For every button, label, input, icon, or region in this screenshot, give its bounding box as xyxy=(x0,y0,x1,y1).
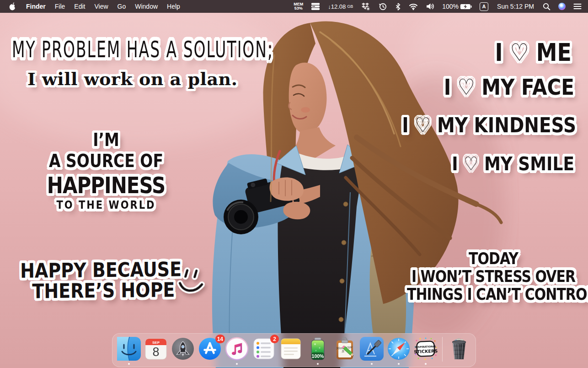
dock-battery-app[interactable]: 100% xyxy=(306,337,330,361)
calendar-month: SEP xyxy=(152,341,160,345)
spotlight-search[interactable] xyxy=(543,3,551,11)
menu-go[interactable]: Go xyxy=(113,0,131,13)
download-unit: GB xyxy=(347,4,353,9)
sticker-today-wont-stress: TODAY I WON’T STRESS OVER THINGS I CAN’T… xyxy=(407,250,580,303)
bluetooth-status[interactable] xyxy=(395,3,401,11)
running-indicator xyxy=(236,363,238,365)
inspirational-stickers-icon: INSPIRATIONAL STICKERS xyxy=(414,337,438,361)
sticker-line: TO THE WORLD xyxy=(36,199,176,212)
dock-inspirational-stickers[interactable]: INSPIRATIONAL STICKERS xyxy=(414,337,438,361)
sticker-i-love-my-smile: I ♡ MY SMILE xyxy=(452,153,574,174)
safari-icon xyxy=(387,337,411,361)
sticker-i-love-my-face: I ♡ MY FACE xyxy=(444,74,574,100)
calendar-day: 8 xyxy=(152,345,159,359)
dock-app-store[interactable]: 14 xyxy=(198,337,222,361)
dock-trash[interactable] xyxy=(447,337,471,361)
sticker-line: THERE’S HOPE xyxy=(20,280,182,302)
memory-status[interactable]: MEM 53% xyxy=(294,2,303,11)
launchpad-rocket-icon xyxy=(171,337,195,361)
sticker-line: HAPPINESS xyxy=(36,172,176,199)
running-indicator xyxy=(371,363,373,365)
memorize-it-clipboard-icon: Memorize It xyxy=(333,337,357,361)
finder-icon xyxy=(117,337,141,361)
menu-bar-status-area: MEM 53% ↓12.08GB xyxy=(294,2,585,11)
sticker-problem-solution: MY PROBLEM HAS A SOLUTION; xyxy=(12,36,273,63)
dock-launchpad[interactable] xyxy=(171,337,195,361)
dock-memorize-it[interactable]: Memorize It xyxy=(333,337,357,361)
apple-logo-icon xyxy=(9,2,16,11)
sticker-line: I’M xyxy=(36,130,176,151)
time-machine-icon xyxy=(379,2,387,11)
dock-finder[interactable] xyxy=(117,337,141,361)
dock-safari[interactable] xyxy=(387,337,411,361)
siri-icon[interactable] xyxy=(558,3,566,10)
dock-separator xyxy=(442,337,443,362)
menu-window[interactable]: Window xyxy=(130,0,162,13)
volume-status[interactable] xyxy=(426,3,434,10)
sticker-line: HAPPY BECAUSE xyxy=(20,259,182,281)
list-icon xyxy=(573,3,582,10)
dock: SEP 8 14 xyxy=(112,333,476,367)
dock-itunes[interactable] xyxy=(225,337,249,361)
time-machine-status[interactable] xyxy=(379,2,387,11)
notification-badge: 2 xyxy=(270,335,279,343)
battery-status[interactable]: 100% xyxy=(442,3,472,10)
dropbox-status[interactable] xyxy=(361,2,371,11)
wifi-icon xyxy=(409,3,418,10)
battery-app-icon: 100% xyxy=(306,337,330,361)
running-indicator xyxy=(398,363,400,365)
speaker-icon xyxy=(426,3,434,10)
running-indicator xyxy=(425,363,427,365)
sticker-happy-because-hope: HAPPY BECAUSE THERE’S HOPE xyxy=(20,259,182,302)
dock-reminders[interactable]: 2 xyxy=(252,337,276,361)
menu-file[interactable]: File xyxy=(50,0,70,13)
trash-full-icon xyxy=(447,337,471,361)
notification-badge: 14 xyxy=(215,335,225,343)
calendar-icon: SEP 8 xyxy=(144,337,168,361)
sticker-work-on-plan: I will work on a plan. xyxy=(27,69,237,89)
battery-percent: 100% xyxy=(442,3,459,10)
menu-help[interactable]: Help xyxy=(162,0,185,13)
notification-center[interactable] xyxy=(573,3,582,10)
sticker-line: TODAY xyxy=(407,250,580,268)
network-download-status[interactable]: ↓12.08GB xyxy=(328,3,353,10)
menu-bar-left: Finder File Edit View Go Window Help xyxy=(3,0,185,13)
drive-stack-icon xyxy=(311,2,320,11)
menu-view[interactable]: View xyxy=(90,0,112,13)
sticker-source-of-happiness: I’M A SOURCE OF HAPPINESS TO THE WORLD xyxy=(36,130,176,212)
input-source-label: A xyxy=(482,4,486,9)
menu-bar: Finder File Edit View Go Window Help MEM… xyxy=(0,0,588,13)
sticker-i-love-my-kindness: I ♡ MY KINDNESS xyxy=(402,114,576,137)
sticker-line: THINGS I CAN’T CONTROL xyxy=(407,286,580,303)
bluetooth-icon xyxy=(395,3,401,11)
sticker-line: A SOURCE OF xyxy=(36,151,176,172)
dock-notes[interactable] xyxy=(279,337,303,361)
battery-charging-icon xyxy=(460,4,472,10)
download-value: ↓12.08 xyxy=(328,3,346,10)
sticker-line: I WON’T STRESS OVER xyxy=(407,268,580,286)
memory-value: 53% xyxy=(294,6,303,11)
input-source-menu[interactable]: A xyxy=(480,2,488,11)
menu-edit[interactable]: Edit xyxy=(69,0,90,13)
battery-app-label: 100% xyxy=(312,353,325,359)
xcode-icon xyxy=(360,337,384,361)
disk-stack-status[interactable] xyxy=(311,2,320,11)
running-indicator xyxy=(128,363,130,365)
menu-finder[interactable]: Finder xyxy=(21,0,50,13)
sticker-i-love-me: I ♡ ME xyxy=(495,38,572,67)
notes-icon xyxy=(279,337,303,361)
running-indicator xyxy=(317,363,319,365)
stickers-icon-text-2: STICKERS xyxy=(414,348,438,354)
apple-menu[interactable] xyxy=(3,2,21,11)
dock-calendar[interactable]: SEP 8 xyxy=(144,337,168,361)
dropbox-paused-icon xyxy=(361,2,371,11)
itunes-icon xyxy=(225,337,249,361)
smiley-face-doodle xyxy=(175,265,207,299)
menu-bar-clock[interactable]: Sun 5:12 PM xyxy=(496,3,535,10)
wifi-status[interactable] xyxy=(409,3,418,10)
search-icon xyxy=(543,3,551,11)
dock-xcode[interactable] xyxy=(360,337,384,361)
desktop: MY PROBLEM HAS A SOLUTION; I will work o… xyxy=(0,0,588,368)
